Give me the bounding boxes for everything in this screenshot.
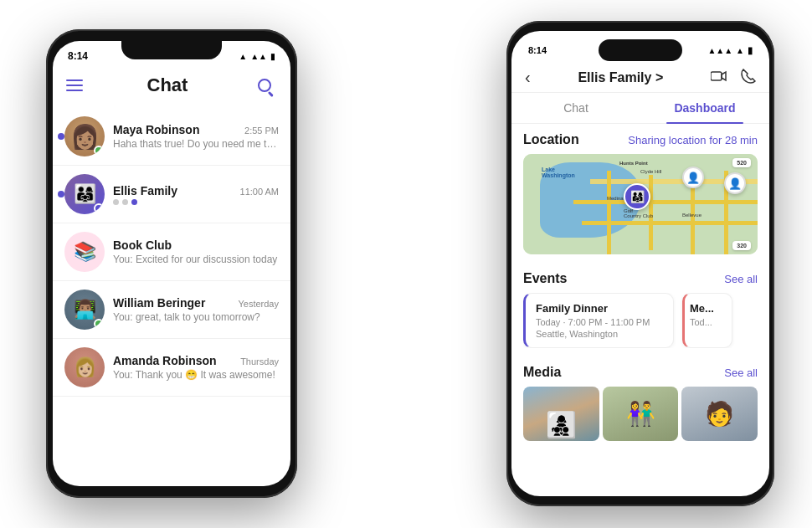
media-thumb-2[interactable]: 👫 bbox=[603, 387, 679, 441]
media-grid: 👩‍👧‍👦 👫 🧑 bbox=[523, 387, 758, 441]
map-pin-family: 👨‍👩‍👧 bbox=[624, 183, 650, 210]
map-zoom-label: 320 bbox=[732, 241, 751, 250]
group-name: Ellis Family > bbox=[578, 70, 663, 85]
pin2-emoji: 👤 bbox=[686, 172, 700, 184]
right-battery-icon: ▮ bbox=[748, 45, 753, 56]
ellis-time: 11:00 AM bbox=[240, 187, 279, 197]
map-pin-3: 👤 bbox=[724, 172, 746, 194]
sharing-status: Sharing location for 28 min bbox=[628, 134, 758, 146]
menu-line-2 bbox=[66, 85, 83, 86]
media-thumb-2-emoji: 👫 bbox=[626, 400, 655, 428]
right-signal-icon: ▲▲▲ bbox=[707, 46, 732, 55]
map-road-v1 bbox=[607, 171, 611, 254]
event-dinner-location: Seattle, Washington bbox=[536, 329, 663, 339]
media-see-all[interactable]: See all bbox=[724, 367, 758, 379]
tabs: Chat Dashboard bbox=[511, 93, 769, 124]
book-chat-info: Book Club You: Excited for our discussio… bbox=[113, 238, 279, 265]
media-thumb-3[interactable]: 🧑 bbox=[681, 387, 758, 441]
map-pin-2: 👤 bbox=[682, 167, 704, 188]
amanda-chat-info: Amanda Robinson Thursday You: Thank you … bbox=[113, 354, 279, 381]
pin3-emoji: 👤 bbox=[728, 177, 742, 190]
right-header: ‹ Ellis Family > bbox=[511, 63, 769, 93]
right-wifi-icon: ▲ bbox=[736, 46, 744, 55]
map-background: LakeWashington Hunts Point Clyde Hill Me… bbox=[523, 154, 758, 254]
typing-indicator bbox=[113, 199, 279, 205]
book-preview: You: Excited for our discussion today bbox=[113, 254, 279, 265]
map-label-bellevue: Bellevue bbox=[682, 213, 702, 218]
event-partial-time: Tod... bbox=[690, 317, 727, 327]
media-section: Media See all 👩‍👧‍👦 👫 bbox=[511, 356, 769, 449]
amanda-avatar-emoji: 👩🏼 bbox=[74, 356, 96, 378]
chat-item-amanda[interactable]: 👩🏼 Amanda Robinson Thursday You: Thank y… bbox=[53, 339, 290, 397]
event-card-dinner[interactable]: Family Dinner Today · 7:00 PM - 11:00 PM… bbox=[523, 293, 674, 348]
video-call-button[interactable] bbox=[711, 70, 727, 85]
map-view[interactable]: LakeWashington Hunts Point Clyde Hill Me… bbox=[523, 154, 758, 254]
amanda-name: Amanda Robinson bbox=[113, 354, 217, 367]
william-time: Yesterday bbox=[238, 299, 279, 309]
avatar-book: 📚 bbox=[64, 232, 105, 272]
avatar-william: 👨🏽‍💻 bbox=[64, 290, 105, 330]
map-distance-label: 520 bbox=[732, 158, 751, 167]
header-actions bbox=[711, 69, 756, 87]
events-scroll: Family Dinner Today · 7:00 PM - 11:00 PM… bbox=[523, 293, 758, 348]
maya-preview: Haha thats true! Do you need me to pic..… bbox=[113, 138, 279, 150]
chat-item-ellis[interactable]: 👨‍👩‍👧 Ellis Family 11:00 AM bbox=[53, 166, 290, 223]
chat-item-maya[interactable]: 👩🏽 Maya Robinson 2:55 PM Haha thats true… bbox=[53, 108, 290, 166]
signal-icon: ▲▲ bbox=[250, 52, 267, 61]
maya-name: Maya Robinson bbox=[113, 123, 199, 136]
tab-dashboard[interactable]: Dashboard bbox=[640, 93, 769, 123]
william-status-dot bbox=[94, 319, 104, 329]
left-header: Chat bbox=[53, 66, 290, 105]
left-status-icons: ▲ ▲▲ ▮ bbox=[239, 52, 275, 61]
map-road-h2 bbox=[573, 200, 758, 204]
book-emoji: 📚 bbox=[74, 241, 96, 263]
typing-dot-1 bbox=[113, 199, 119, 205]
media-thumb-1-emoji: 👩‍👧‍👦 bbox=[546, 410, 577, 441]
typing-dot-3 bbox=[131, 199, 137, 205]
events-header: Events See all bbox=[523, 271, 758, 286]
search-button[interactable] bbox=[252, 73, 277, 98]
right-phone-notch bbox=[599, 39, 682, 61]
chat-item-book[interactable]: 📚 Book Club You: Excited for our discuss… bbox=[53, 223, 290, 281]
media-thumb-1[interactable]: 👩‍👧‍👦 bbox=[523, 387, 599, 441]
right-status-icons: ▲▲▲ ▲ ▮ bbox=[707, 45, 753, 56]
left-phone-notch bbox=[121, 41, 222, 59]
media-thumb-3-emoji: 🧑 bbox=[705, 400, 734, 428]
unread-indicator bbox=[58, 133, 64, 140]
scene: 8:14 ▲ ▲▲ ▮ Chat bbox=[0, 0, 812, 528]
maya-chat-info: Maya Robinson 2:55 PM Haha thats true! D… bbox=[113, 123, 279, 150]
typing-dot-2 bbox=[122, 199, 128, 205]
chat-tab-label: Chat bbox=[563, 101, 588, 115]
search-icon bbox=[258, 79, 271, 92]
book-name-row: Book Club bbox=[113, 238, 279, 252]
right-phone-screen: 8:14 ▲▲▲ ▲ ▮ ‹ Ellis Family > bbox=[511, 31, 769, 496]
map-label-lake: LakeWashington bbox=[542, 167, 575, 178]
wifi-icon: ▲ bbox=[239, 52, 247, 61]
william-avatar-emoji: 👨🏽‍💻 bbox=[74, 299, 96, 320]
ellis-avatar-emoji: 👨‍👩‍👧 bbox=[74, 183, 96, 205]
chat-item-william[interactable]: 👨🏽‍💻 William Beringer Yesterday You: gre… bbox=[53, 281, 290, 339]
location-section: Location Sharing location for 28 min bbox=[511, 124, 769, 263]
map-label-clyde: Clyde Hill bbox=[640, 169, 661, 174]
book-name: Book Club bbox=[113, 238, 172, 252]
voice-call-button[interactable] bbox=[741, 69, 756, 87]
tab-chat[interactable]: Chat bbox=[511, 93, 640, 123]
amanda-preview: You: Thank you 😁 It was awesome! bbox=[113, 369, 279, 381]
amanda-name-row: Amanda Robinson Thursday bbox=[113, 354, 279, 367]
media-title: Media bbox=[523, 365, 561, 380]
back-button[interactable]: ‹ bbox=[525, 68, 531, 87]
ellis-chat-info: Ellis Family 11:00 AM bbox=[113, 184, 279, 205]
events-see-all[interactable]: See all bbox=[724, 273, 758, 285]
event-card-partial[interactable]: Me... Tod... bbox=[682, 293, 732, 348]
event-dinner-title: Family Dinner bbox=[536, 302, 663, 315]
ellis-name: Ellis Family bbox=[113, 184, 177, 197]
battery-icon: ▮ bbox=[270, 52, 275, 61]
william-chat-info: William Beringer Yesterday You: great, t… bbox=[113, 296, 279, 323]
ellis-name-row: Ellis Family 11:00 AM bbox=[113, 184, 279, 197]
events-section: Events See all Family Dinner Today · 7:0… bbox=[511, 263, 769, 356]
media-header: Media See all bbox=[523, 365, 758, 380]
dashboard-tab-label: Dashboard bbox=[674, 101, 735, 115]
family-pin-emoji: 👨‍👩‍👧 bbox=[630, 190, 645, 203]
event-partial-title: Me... bbox=[690, 302, 727, 315]
menu-button[interactable] bbox=[66, 79, 83, 91]
